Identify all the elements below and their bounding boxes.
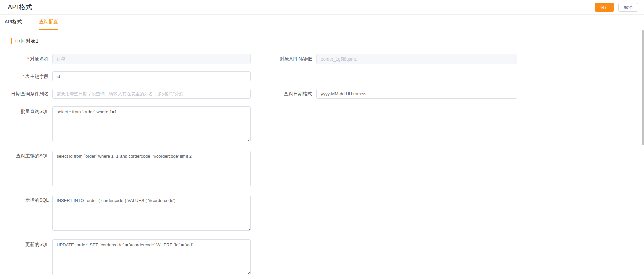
form-row-update-sql: 更新的SQL UPDATE `order` SET `cordercode` =… <box>6 239 644 276</box>
field-object-name: *对象名称 <box>6 54 251 64</box>
date-columns-control <box>52 89 251 99</box>
form-row-insert-sql: 新增的SQL INSERT INTO `order`(`cordercode`)… <box>6 195 644 232</box>
required-asterisk: * <box>27 56 29 62</box>
save-button[interactable]: 保存 <box>595 3 614 12</box>
batch-sql-label: 批量查询SQL <box>6 106 52 143</box>
form-row-date: 日期查询条件列名 查询日期格式 <box>6 89 644 99</box>
scrollbar-thumb[interactable] <box>642 30 644 145</box>
batch-sql-textarea[interactable]: select * from `order` where 1=1 <box>52 106 251 142</box>
form-row-batch-sql: 批量查询SQL select * from `order` where 1=1 <box>6 106 644 143</box>
date-format-control <box>316 89 517 99</box>
page-title: API格式 <box>8 3 32 12</box>
required-asterisk: * <box>23 74 24 79</box>
object-api-name-control <box>316 54 517 64</box>
date-columns-label: 日期查询条件列名 <box>6 89 52 99</box>
insert-sql-control: INSERT INTO `order`(`cordercode`) VALUES… <box>52 195 251 232</box>
query-pk-sql-textarea[interactable]: select id from `order` where 1=1 and cor… <box>52 151 251 186</box>
update-sql-label: 更新的SQL <box>6 239 52 276</box>
section-title: 中间对象1 <box>11 38 644 44</box>
primary-key-input[interactable] <box>52 71 251 81</box>
field-object-api-name: 对象API-NAME <box>251 54 517 64</box>
field-update-sql: 更新的SQL UPDATE `order` SET `cordercode` =… <box>6 239 251 276</box>
object-api-name-label: 对象API-NAME <box>251 54 316 64</box>
insert-sql-textarea[interactable]: INSERT INTO `order`(`cordercode`) VALUES… <box>52 195 251 231</box>
tab-query-config[interactable]: 查询配置 <box>39 19 58 30</box>
primary-key-label: *表主键字段 <box>6 71 52 81</box>
tab-api-format[interactable]: API格式 <box>5 19 22 30</box>
form-row-object: *对象名称 对象API-NAME <box>6 54 644 64</box>
tabs-bar: API格式 查询配置 <box>0 15 644 30</box>
query-pk-sql-label: 查询主键的SQL <box>6 151 52 188</box>
field-date-columns: 日期查询条件列名 <box>6 89 251 99</box>
update-sql-control: UPDATE `order` SET `cordercode` = '#cord… <box>52 239 251 276</box>
field-primary-key: *表主键字段 <box>6 71 251 81</box>
date-format-input[interactable] <box>316 89 517 99</box>
date-format-label: 查询日期格式 <box>251 89 316 99</box>
field-date-format: 查询日期格式 <box>251 89 517 99</box>
object-name-input[interactable] <box>52 54 251 64</box>
section-title-text: 中间对象1 <box>15 38 38 44</box>
primary-key-label-text: 表主键字段 <box>25 74 49 79</box>
field-insert-sql: 新增的SQL INSERT INTO `order`(`cordercode`)… <box>6 195 251 232</box>
insert-sql-label: 新增的SQL <box>6 195 52 232</box>
vertical-scrollbar[interactable] <box>641 30 644 279</box>
date-columns-input[interactable] <box>52 89 251 99</box>
field-query-pk-sql: 查询主键的SQL select id from `order` where 1=… <box>6 151 251 188</box>
object-name-control <box>52 54 251 64</box>
field-batch-sql: 批量查询SQL select * from `order` where 1=1 <box>6 106 251 143</box>
form-row-query-pk-sql: 查询主键的SQL select id from `order` where 1=… <box>6 151 644 188</box>
section-accent-bar <box>11 38 12 44</box>
query-pk-sql-control: select id from `order` where 1=1 and cor… <box>52 151 251 188</box>
update-sql-textarea[interactable]: UPDATE `order` SET `cordercode` = '#cord… <box>52 239 251 275</box>
batch-sql-control: select * from `order` where 1=1 <box>52 106 251 143</box>
object-name-label: *对象名称 <box>6 54 52 64</box>
form-row-primary-key: *表主键字段 <box>6 71 644 81</box>
page-header: API格式 保存 取消 <box>0 0 644 15</box>
primary-key-control <box>52 71 251 81</box>
cancel-button[interactable]: 取消 <box>618 3 638 12</box>
content: 中间对象1 *对象名称 对象API-NAME *表主键字段 日期查询条件列名 <box>0 30 644 276</box>
header-actions: 保存 取消 <box>595 3 638 12</box>
object-api-name-input[interactable] <box>316 54 517 64</box>
object-name-label-text: 对象名称 <box>30 56 49 62</box>
